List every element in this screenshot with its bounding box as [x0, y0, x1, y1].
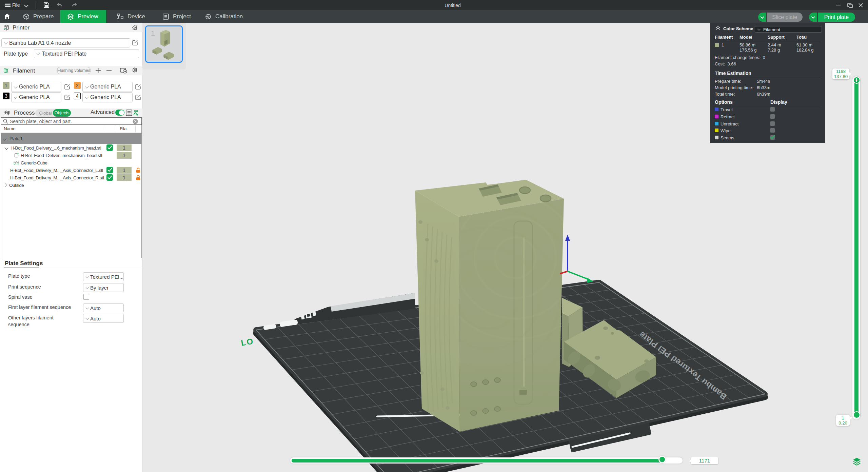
svg-text:LO: LO	[240, 336, 254, 348]
